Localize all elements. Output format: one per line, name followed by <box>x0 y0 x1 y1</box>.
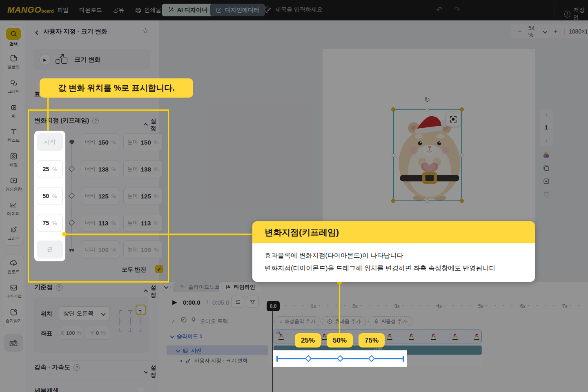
tutorial-callout-body: 효과블록에 변화지점(다이아몬드)이 나타납니다 변화지점(다이아몬드)을 드래… <box>252 243 535 282</box>
tutorial-callout: 변화지점(키프레임) 효과블록에 변화지점(다이아몬드)이 나타납니다 변화지점… <box>252 221 535 282</box>
badge-connector-line <box>339 281 340 335</box>
tutorial-callout-line: 변화지점(다이아몬드)을 드래그해 위치를 변경하면 좌측 속성창에도 반영됩니… <box>265 262 523 274</box>
tutorial-callout-title: 변화지점(키프레임) <box>265 227 339 238</box>
keyframe-pos-value: 25 <box>42 166 49 172</box>
timeline-badge-50: 50% <box>327 333 353 347</box>
tutorial-callout-header: 변화지점(키프레임) <box>252 221 535 243</box>
keyframe-pos-label: 끝 <box>47 246 53 253</box>
tutorial-callout-line: 효과블록에 변화지점(다이아몬드)이 나타납니다 <box>265 249 523 262</box>
badge-label: 25% <box>301 336 315 345</box>
keyframe-pos-value: 50 <box>42 193 49 199</box>
badge-label: 75% <box>365 336 379 345</box>
tutorial-tip-text: 값 변화 위치를 %로 표시합니다. <box>58 82 175 94</box>
percent-sign: % <box>52 193 57 199</box>
percent-sign: % <box>52 166 57 172</box>
timeline-badge-25: 25% <box>295 333 321 347</box>
tutorial-tip-percent: 값 변화 위치를 %로 표시합니다. <box>40 78 193 98</box>
keyframe-pos-25-input[interactable]: 25% <box>37 160 63 178</box>
keyframe-pos-value: 75 <box>42 220 49 226</box>
keyframe-pos-50-input[interactable]: 50% <box>37 187 63 205</box>
keyframe-pos-75-input[interactable]: 75% <box>37 214 63 232</box>
keyframe-pos-start-button[interactable]: 시작 <box>37 133 63 151</box>
percent-sign: % <box>52 220 57 226</box>
badge-label: 50% <box>333 336 347 345</box>
callout-connector-line <box>65 234 253 235</box>
keyframe-track-start-cap[interactable] <box>276 356 278 362</box>
keyframe-track-end-cap[interactable] <box>403 356 404 362</box>
keyframe-pos-end-button[interactable]: 끝 <box>37 241 63 258</box>
connector-dot <box>62 232 67 236</box>
timeline-badge-75: 75% <box>359 333 385 347</box>
app-window: MANGO board 파일 다운로드 공유 인쇄물 제작 AI 디자이너 디자… <box>0 0 588 392</box>
keyframe-pos-label: 시작 <box>44 138 56 146</box>
